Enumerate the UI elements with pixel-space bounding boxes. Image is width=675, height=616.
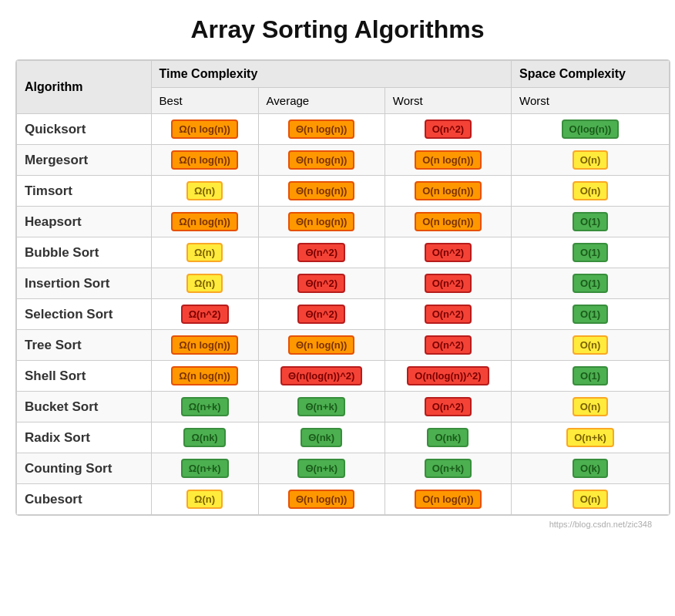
main-header-row: Algorithm Time Complexity Space Complexi… <box>17 61 670 88</box>
complexity-badge: O(n log(n)) <box>415 490 481 509</box>
complexity-badge: Ω(n) <box>186 274 223 293</box>
complexity-badge: O(n^2) <box>425 305 472 324</box>
complexity-badge: Θ(n log(n)) <box>288 212 354 231</box>
complexity-cell: Θ(n log(n)) <box>258 330 385 361</box>
complexity-cell: O(1) <box>512 299 670 330</box>
table-row: Tree SortΩ(n log(n))Θ(n log(n))O(n^2)O(n… <box>17 330 670 361</box>
complexity-cell: Θ(n^2) <box>258 299 385 330</box>
table-row: CubesortΩ(n)Θ(n log(n))O(n log(n))O(n) <box>17 484 670 515</box>
table-row: Bucket SortΩ(n+k)Θ(n+k)O(n^2)O(n) <box>17 392 670 422</box>
complexity-cell: O(n+k) <box>512 422 670 453</box>
complexity-cell: Θ(n(log(n))^2) <box>258 361 385 392</box>
complexity-badge: Θ(n+k) <box>297 459 345 478</box>
complexity-cell: Θ(n log(n)) <box>258 114 385 145</box>
complexity-cell: Θ(n log(n)) <box>258 145 385 176</box>
complexity-badge: Ω(n+k) <box>181 397 229 416</box>
complexity-badge: O(k) <box>573 459 608 478</box>
complexity-badge: O(n) <box>573 490 609 509</box>
complexity-badge: O(n^2) <box>425 397 472 416</box>
complexity-badge: O(n) <box>573 335 609 355</box>
complexity-badge: O(1) <box>573 274 608 293</box>
sorting-table: Algorithm Time Complexity Space Complexi… <box>16 60 670 515</box>
page-title: Array Sorting Algorithms <box>15 15 660 44</box>
complexity-badge: O(n) <box>573 181 609 200</box>
complexity-cell: Θ(n log(n)) <box>258 484 385 515</box>
complexity-cell: Θ(n^2) <box>258 268 385 299</box>
header-algorithm: Algorithm <box>17 61 152 114</box>
complexity-cell: O(n^2) <box>385 237 511 268</box>
complexity-badge: O(1) <box>573 366 608 385</box>
complexity-badge: O(n^2) <box>425 274 472 293</box>
complexity-cell: Ω(n) <box>151 484 258 515</box>
complexity-badge: O(n+k) <box>425 459 472 478</box>
complexity-cell: Θ(n^2) <box>258 237 385 268</box>
complexity-badge: O(n log(n)) <box>415 212 481 231</box>
complexity-badge: O(n^2) <box>425 243 472 262</box>
complexity-cell: Ω(n+k) <box>151 392 258 422</box>
complexity-badge: O(n log(n)) <box>415 150 481 170</box>
complexity-cell: Ω(n) <box>151 268 258 299</box>
complexity-badge: O(n+k) <box>566 428 614 447</box>
header-worst-time: Worst <box>385 88 511 114</box>
algorithm-name: Cubesort <box>17 484 152 515</box>
complexity-cell: O(1) <box>512 207 670 237</box>
complexity-badge: O(n^2) <box>425 119 472 139</box>
table-row: Radix SortΩ(nk)Θ(nk)O(nk)O(n+k) <box>17 422 670 453</box>
complexity-badge: Ω(n log(n)) <box>171 119 238 139</box>
footer-note: https://blog.csdn.net/zic348 <box>15 520 660 529</box>
algorithm-name: Insertion Sort <box>17 268 152 299</box>
complexity-badge: Θ(n+k) <box>297 397 345 416</box>
complexity-badge: Ω(nk) <box>183 428 225 447</box>
table-row: TimsortΩ(n)Θ(n log(n))O(n log(n))O(n) <box>17 176 670 207</box>
complexity-cell: Ω(n) <box>151 237 258 268</box>
header-best: Best <box>151 88 258 114</box>
table-row: Selection SortΩ(n^2)Θ(n^2)O(n^2)O(1) <box>17 299 670 330</box>
complexity-cell: Ω(nk) <box>151 422 258 453</box>
complexity-cell: Ω(n log(n)) <box>151 330 258 361</box>
complexity-badge: O(n) <box>573 150 609 170</box>
complexity-cell: O(1) <box>512 268 670 299</box>
complexity-badge: O(n^2) <box>425 335 472 355</box>
algorithm-name: Tree Sort <box>17 330 152 361</box>
complexity-badge: O(n) <box>573 397 609 416</box>
table-row: MergesortΩ(n log(n))Θ(n log(n))O(n log(n… <box>17 145 670 176</box>
complexity-cell: O(n log(n)) <box>385 145 511 176</box>
table-row: Shell SortΩ(n log(n))Θ(n(log(n))^2)O(n(l… <box>17 361 670 392</box>
complexity-badge: O(log(n)) <box>562 119 620 139</box>
complexity-cell: O(n+k) <box>385 453 511 484</box>
algorithm-name: Selection Sort <box>17 299 152 330</box>
table-row: Counting SortΩ(n+k)Θ(n+k)O(n+k)O(k) <box>17 453 670 484</box>
complexity-cell: Ω(n log(n)) <box>151 361 258 392</box>
complexity-badge: Θ(nk) <box>301 428 342 447</box>
complexity-badge: Θ(n^2) <box>297 305 345 324</box>
algorithm-name: Radix Sort <box>17 422 152 453</box>
complexity-cell: O(n^2) <box>385 330 511 361</box>
complexity-cell: Ω(n+k) <box>151 453 258 484</box>
complexity-badge: Ω(n) <box>186 490 223 509</box>
complexity-badge: Ω(n) <box>186 181 223 200</box>
header-time-complexity: Time Complexity <box>151 61 511 88</box>
complexity-badge: Ω(n log(n)) <box>171 212 238 231</box>
algorithm-name: Bucket Sort <box>17 392 152 422</box>
complexity-cell: Ω(n log(n)) <box>151 114 258 145</box>
complexity-badge: Θ(n log(n)) <box>288 119 354 139</box>
complexity-badge: O(1) <box>573 305 608 324</box>
complexity-cell: O(1) <box>512 361 670 392</box>
complexity-badge: Ω(n) <box>186 243 223 262</box>
complexity-cell: Θ(n log(n)) <box>258 207 385 237</box>
algorithm-name: Shell Sort <box>17 361 152 392</box>
complexity-cell: O(nk) <box>385 422 511 453</box>
complexity-badge: Ω(n^2) <box>181 305 229 324</box>
complexity-cell: O(n^2) <box>385 299 511 330</box>
complexity-cell: O(n) <box>512 484 670 515</box>
complexity-badge: Θ(n^2) <box>297 243 345 262</box>
complexity-cell: O(n log(n)) <box>385 176 511 207</box>
complexity-cell: O(n) <box>512 392 670 422</box>
complexity-cell: O(n(log(n))^2) <box>385 361 511 392</box>
header-average: Average <box>258 88 385 114</box>
table-row: Insertion SortΩ(n)Θ(n^2)O(n^2)O(1) <box>17 268 670 299</box>
complexity-badge: O(n(log(n))^2) <box>407 366 489 385</box>
complexity-cell: O(k) <box>512 453 670 484</box>
complexity-cell: O(n) <box>512 330 670 361</box>
complexity-cell: Θ(n log(n)) <box>258 176 385 207</box>
